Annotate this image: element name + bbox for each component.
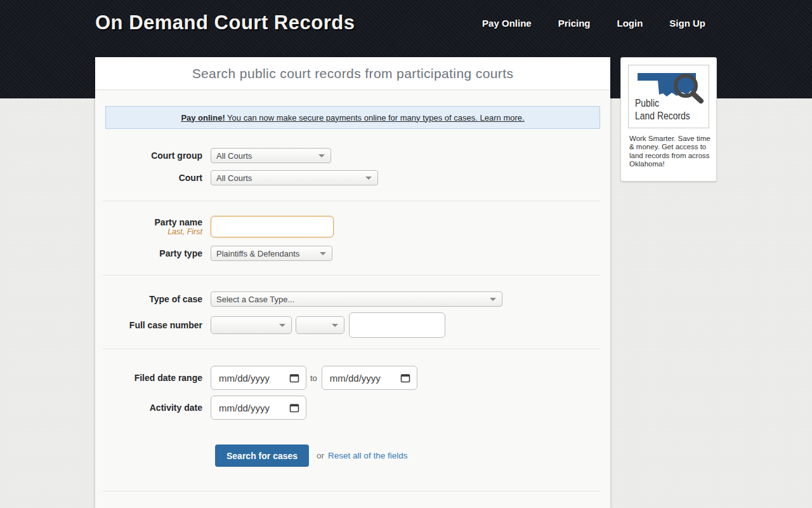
party-type-select[interactable]: Plaintiffs & Defendants: [211, 246, 332, 261]
court-group-value: All Courts: [216, 151, 252, 161]
public-land-records-logo[interactable]: Public Land Records: [628, 65, 709, 128]
chevron-down-icon: [279, 324, 285, 327]
court-select[interactable]: All Courts: [211, 170, 378, 185]
calendar-icon[interactable]: [289, 403, 299, 413]
case-number-row: Full case number: [95, 312, 610, 338]
brand-logo[interactable]: On Demand Court Records: [95, 11, 355, 34]
court-group-select[interactable]: All Courts: [211, 148, 331, 163]
widget-description: Work Smarter. Save time & money. Get acc…: [629, 135, 711, 168]
reset-fields-link[interactable]: Reset all of the fields: [328, 451, 407, 460]
court-label: Court: [95, 173, 211, 183]
case-type-value: Select a Case Type...: [216, 295, 294, 304]
learn-more-link[interactable]: Learn more.: [480, 113, 525, 123]
court-group-row: Court group All Courts: [95, 148, 610, 163]
case-number-prefix-select[interactable]: [211, 316, 292, 334]
section-divider: [103, 275, 600, 276]
date-range-separator: to: [310, 373, 317, 383]
party-type-value: Plaintiffs & Defendants: [216, 249, 299, 258]
panel-header: Search public court records from partici…: [95, 57, 610, 90]
chevron-down-icon: [490, 298, 496, 301]
pay-online-banner[interactable]: Pay online! You can now make secure paym…: [105, 106, 600, 129]
submit-row: Search for cases or Reset all of the fie…: [95, 444, 610, 467]
nav-sign-up[interactable]: Sign Up: [669, 18, 705, 29]
chevron-down-icon: [318, 154, 325, 157]
nav-login[interactable]: Login: [617, 18, 643, 29]
filed-date-end-wrap: [322, 366, 417, 390]
party-type-label: Party type: [95, 248, 211, 258]
calendar-icon[interactable]: [400, 373, 410, 383]
chevron-down-icon: [320, 252, 326, 255]
party-type-row: Party type Plaintiffs & Defendants: [95, 246, 610, 261]
page-title: Search public court records from partici…: [192, 66, 514, 81]
case-number-input[interactable]: [349, 312, 445, 338]
banner-bold-text: Pay online!: [181, 113, 225, 123]
footer-divider: [103, 491, 600, 491]
section-divider: [103, 349, 600, 349]
calendar-icon[interactable]: [289, 373, 299, 383]
party-name-label: Party name Last, First: [95, 217, 211, 236]
case-type-select[interactable]: Select a Case Type...: [211, 291, 502, 307]
search-panel: Search public court records from partici…: [95, 57, 610, 508]
case-number-label: Full case number: [95, 320, 211, 330]
section-divider: [103, 201, 600, 201]
or-text: or: [317, 451, 324, 460]
party-name-hint: Last, First: [95, 227, 202, 236]
nav-pricing[interactable]: Pricing: [558, 18, 591, 29]
banner-text: Pay online! You can now make secure paym…: [181, 113, 524, 123]
party-name-row: Party name Last, First: [95, 216, 610, 237]
chevron-down-icon: [365, 177, 372, 180]
case-type-label: Type of case: [95, 294, 211, 304]
search-for-cases-button[interactable]: Search for cases: [215, 444, 309, 467]
case-type-row: Type of case Select a Case Type...: [95, 291, 610, 307]
filed-date-start-wrap: [211, 366, 306, 390]
top-navigation: Pay Online Pricing Login Sign Up: [482, 18, 705, 29]
court-value: All Courts: [216, 173, 252, 183]
nav-pay-online[interactable]: Pay Online: [482, 18, 532, 29]
filed-date-label: Filed date range: [95, 373, 211, 383]
public-land-records-widget: Public Land Records Work Smarter. Save t…: [620, 57, 717, 182]
activity-date-row: Activity date: [95, 396, 610, 420]
filed-date-row: Filed date range to: [95, 366, 610, 390]
logo-text: Public Land Records: [635, 97, 690, 123]
chevron-down-icon: [332, 324, 338, 327]
party-name-input[interactable]: [211, 216, 334, 237]
case-number-year-select[interactable]: [296, 316, 344, 334]
activity-date-wrap: [211, 396, 306, 420]
court-row: Court All Courts: [95, 170, 610, 185]
activity-date-label: Activity date: [95, 403, 211, 413]
court-group-label: Court group: [95, 150, 211, 161]
